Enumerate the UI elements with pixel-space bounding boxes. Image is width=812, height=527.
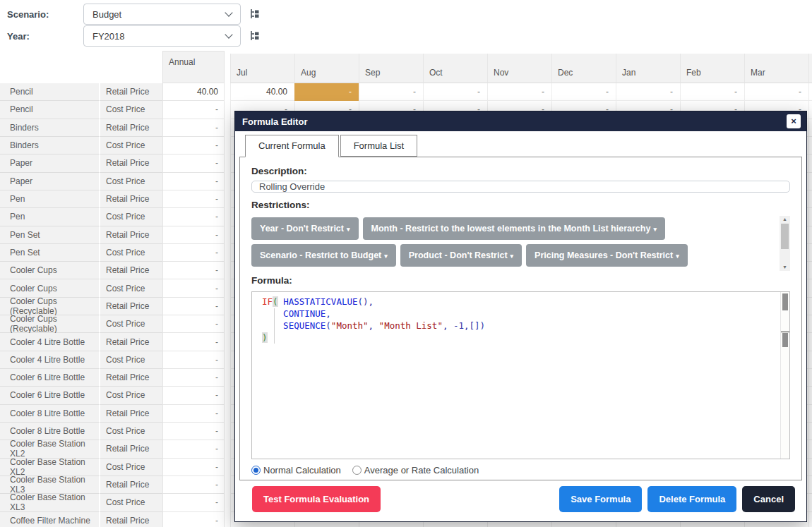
annual-value-cell[interactable]: - [162,173,225,190]
restrictions-scrollbar[interactable]: ▲ ▼ [780,216,790,271]
month-value-cell-apr[interactable]: - [808,173,812,190]
year-hierarchy-button[interactable] [249,30,261,42]
scenario-select[interactable]: Budget [83,4,241,25]
annual-value-cell[interactable]: - [162,244,225,262]
month-value-cell-jan[interactable]: - [616,83,680,101]
row-product-label: Binders [0,137,99,155]
scrollbar-thumb[interactable] [782,293,788,310]
month-value-cell-apr[interactable]: - [808,459,812,476]
radio-option-average-or-rate-calculation[interactable]: Average or Rate Calculation [352,465,479,475]
month-value-cell-apr[interactable]: - [808,476,812,494]
close-icon[interactable]: × [787,114,801,128]
scrollbar-thumb[interactable] [782,333,788,347]
row-measure-label: Cost Price [99,208,162,226]
annual-value-cell[interactable]: - [162,190,225,208]
annual-value-cell[interactable]: - [162,476,225,494]
month-value-cell-sep[interactable]: - [359,83,423,101]
annual-value-cell[interactable]: - [162,315,225,333]
month-value-cell-apr[interactable]: - [808,244,812,262]
month-value-cell-apr[interactable]: - [808,333,812,351]
annual-value-cell[interactable]: - [162,494,225,511]
month-value-cell-apr[interactable]: - [808,101,812,119]
row-product-label: Cooler 4 Litre Bottle [0,333,99,351]
month-value-cell-apr[interactable]: - [808,298,812,315]
month-value-cell-jul[interactable]: 40.00 [230,83,294,101]
annual-value-cell[interactable]: - [162,440,225,458]
scenario-hierarchy-button[interactable] [249,8,261,20]
annual-value-cell[interactable]: - [162,351,225,369]
formula-code-editor[interactable]: IF( HASSTATICVALUE(), CONTINUE, SEQUENCE… [251,291,790,459]
month-value-cell-apr[interactable]: - [808,190,812,208]
month-value-cell-apr[interactable]: - [808,208,812,226]
annual-value-cell[interactable]: - [162,226,225,244]
annual-value-cell[interactable]: - [162,459,225,476]
table-row: Cooler 8 Litre BottleRetail Price- [0,405,225,423]
table-row: PaperRetail Price- [0,155,225,172]
table-row: Cooler 4 Litre BottleRetail Price- [0,333,225,351]
annual-value-cell[interactable]: - [162,137,225,155]
month-value-cell-apr[interactable]: - [808,387,812,404]
year-select[interactable]: FY2018 [83,25,241,47]
row-measure-label: Retail Price [99,405,162,423]
month-value-cell-apr[interactable]: - [808,137,812,155]
month-value-cell-aug[interactable]: - [294,83,359,101]
month-value-cell-feb[interactable]: - [680,83,744,101]
month-value-cell-apr[interactable]: - [808,279,812,297]
annual-value-cell[interactable]: - [162,298,225,315]
month-value-cell-apr[interactable]: - [808,83,812,101]
radio-icon[interactable] [251,466,261,475]
annual-value-cell[interactable]: - [162,155,225,172]
annual-value-cell[interactable]: - [162,119,225,137]
annual-value-cell[interactable]: - [162,387,225,404]
restriction-dropdown-button[interactable]: Pricing Measures - Don't Restrict▾ [526,244,688,267]
annual-value-cell[interactable]: - [162,262,225,279]
annual-value-cell[interactable]: - [162,405,225,423]
test-formula-evaluation-button[interactable]: Test Formula Evaluation [252,486,381,512]
month-value-cell-apr[interactable]: - [808,369,812,387]
tab-current-formula[interactable]: Current Formula [245,135,339,157]
restriction-dropdown-button[interactable]: Year - Don't Restrict▾ [251,217,359,240]
month-value-cell-apr[interactable]: - [808,494,812,511]
month-value-cell-apr[interactable]: - [808,405,812,423]
month-value-cell-nov[interactable]: - [487,83,551,101]
month-value-cell-apr[interactable]: - [808,155,812,172]
annual-value-cell[interactable]: - [162,333,225,351]
radio-option-normal-calculation[interactable]: Normal Calculation [251,465,341,475]
month-value-cell-dec[interactable]: - [551,83,616,101]
row-product-label: Cooler 8 Litre Bottle [0,423,99,440]
annual-value-cell[interactable]: - [162,369,225,387]
month-value-cell-apr[interactable]: - [808,119,812,137]
row-measure-label: Retail Price [99,476,162,494]
scroll-down-icon[interactable]: ▼ [782,264,787,271]
month-value-cell-apr[interactable]: - [808,512,812,527]
restriction-dropdown-button[interactable]: Month - Restrict to the lowest elements … [363,217,665,240]
table-row: Pen SetRetail Price- [0,226,225,244]
annual-value-cell[interactable]: 40.00 [162,83,225,101]
month-value-cell-mar[interactable]: - [744,83,808,101]
restriction-dropdown-button[interactable]: Product - Don't Restrict▾ [400,244,522,267]
month-value-cell-oct[interactable]: - [423,83,487,101]
restriction-dropdown-button[interactable]: Scenario - Restrict to Budget▾ [251,244,396,267]
scrollbar-thumb[interactable] [781,224,789,249]
save-formula-button[interactable]: Save Formula [559,486,642,512]
code-editor-scrollbar[interactable] [780,292,789,459]
month-header-row: JulAugSepOctNovDecJanFebMarApr [230,54,812,83]
month-value-cell-apr[interactable]: - [808,440,812,458]
month-value-cell-apr[interactable]: - [808,423,812,440]
annual-value-cell[interactable]: - [162,423,225,440]
annual-value-cell[interactable]: - [162,208,225,226]
month-value-cell-apr[interactable]: - [808,226,812,244]
month-value-cell-apr[interactable]: - [808,351,812,369]
row-measure-label: Cost Price [99,315,162,333]
radio-icon[interactable] [352,466,362,475]
annual-value-cell[interactable]: - [162,101,225,119]
annual-value-cell[interactable]: - [162,279,225,297]
month-value-cell-apr[interactable]: - [808,262,812,279]
month-value-cell-apr[interactable]: - [808,315,812,333]
scroll-up-icon[interactable]: ▲ [782,216,787,223]
cancel-button[interactable]: Cancel [742,486,795,512]
description-input[interactable] [251,181,790,193]
annual-value-cell[interactable]: - [162,512,225,527]
delete-formula-button[interactable]: Delete Formula [647,486,736,512]
tab-formula-list[interactable]: Formula List [340,135,418,157]
